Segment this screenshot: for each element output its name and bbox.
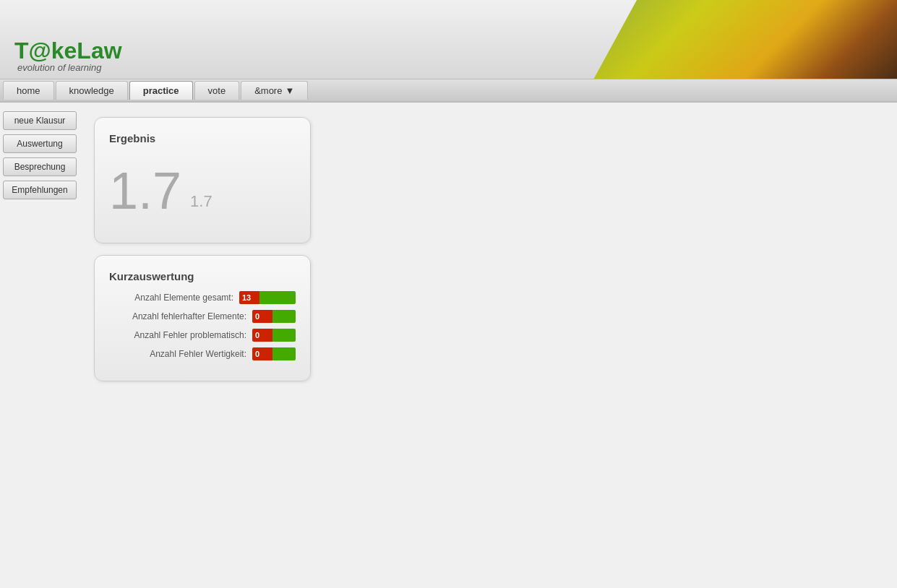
score-small: 1.7 [190, 192, 213, 211]
empfehlungen-button[interactable]: Empfehlungen [3, 181, 77, 199]
bar-row: Anzahl Fehler Wertigkeit: 0 [109, 347, 296, 360]
bar-row: Anzahl Elemente gesamt: 13 [109, 291, 296, 304]
nav-item-practice[interactable]: practice [129, 81, 193, 100]
header: T@keLaw evolution of learning [0, 0, 897, 79]
ergebnis-title: Ergebnis [109, 132, 296, 144]
nav-item-knowledge[interactable]: knowledge [56, 81, 128, 100]
logo: T@keLaw evolution of learning [14, 39, 122, 73]
bar-label: Anzahl fehlerhafter Elemente: [109, 311, 252, 321]
main-layout: neue Klausur Auswertung Besprechung Empf… [0, 103, 897, 588]
bar-row: Anzahl Fehler problematisch: 0 [109, 329, 296, 342]
nav-item-vote[interactable]: vote [194, 81, 240, 100]
main-content: Ergebnis 1.7 1.7 Kurzauswertung Anzahl E… [80, 103, 897, 588]
bar-green [272, 347, 296, 360]
logo-main: T@keLaw [14, 39, 122, 62]
bar-container: 0 [252, 329, 296, 342]
bar-green [272, 310, 296, 323]
bar-label: Anzahl Elemente gesamt: [109, 293, 239, 303]
kurzauswertung-card: Kurzauswertung Anzahl Elemente gesamt: 1… [94, 255, 311, 381]
bar-label: Anzahl Fehler problematisch: [109, 330, 252, 340]
bar-red: 0 [252, 329, 272, 342]
bar-green [272, 329, 296, 342]
neue-klausur-button[interactable]: neue Klausur [3, 111, 77, 130]
kurzauswertung-title: Kurzauswertung [109, 270, 296, 282]
nav-bar: home knowledge practice vote &more ▼ [0, 79, 897, 103]
score-display: 1.7 1.7 [109, 153, 296, 228]
nav-item-more[interactable]: &more ▼ [241, 81, 308, 100]
nav-item-home[interactable]: home [3, 81, 54, 100]
auswertung-button[interactable]: Auswertung [3, 134, 77, 153]
score-big: 1.7 [109, 165, 181, 217]
bar-red: 0 [252, 310, 272, 323]
header-bg-decoration [593, 0, 897, 79]
bar-row: Anzahl fehlerhafter Elemente: 0 [109, 310, 296, 323]
bar-container: 0 [252, 310, 296, 323]
bar-red: 13 [239, 291, 259, 304]
bar-red: 0 [252, 347, 272, 360]
bar-rows: Anzahl Elemente gesamt: 13 Anzahl fehler… [109, 291, 296, 360]
bar-container: 0 [252, 347, 296, 360]
logo-sub: evolution of learning [17, 62, 122, 73]
ergebnis-card: Ergebnis 1.7 1.7 [94, 117, 311, 243]
bar-green [259, 291, 296, 304]
chevron-down-icon: ▼ [285, 85, 294, 96]
bar-label: Anzahl Fehler Wertigkeit: [109, 349, 252, 359]
besprechung-button[interactable]: Besprechung [3, 157, 77, 176]
bar-container: 13 [239, 291, 296, 304]
sidebar: neue Klausur Auswertung Besprechung Empf… [0, 103, 80, 588]
